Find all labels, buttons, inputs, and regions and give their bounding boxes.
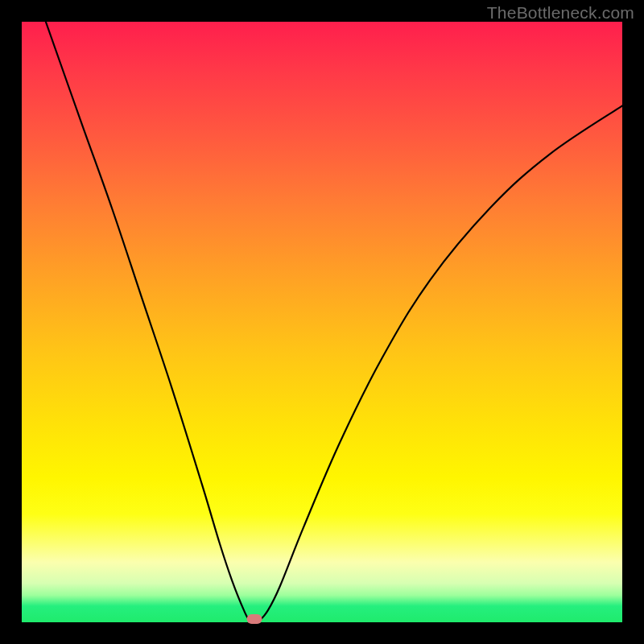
- plot-area: [22, 22, 622, 622]
- optimum-marker: [247, 614, 262, 624]
- bottleneck-curve: [22, 22, 622, 622]
- chart-frame: TheBottleneck.com: [0, 0, 644, 644]
- watermark-text: TheBottleneck.com: [487, 3, 634, 23]
